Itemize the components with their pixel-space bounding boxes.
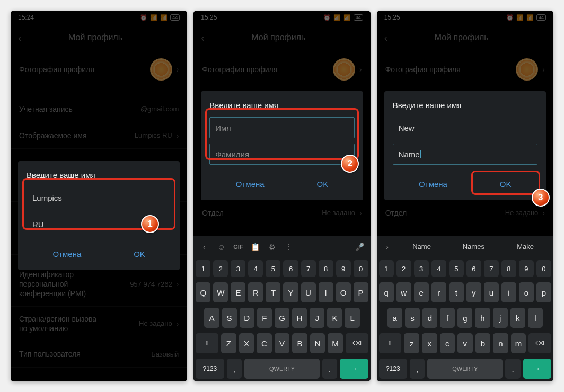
ok-button[interactable]: OK — [489, 175, 522, 193]
key[interactable]: 1 — [196, 260, 210, 277]
key[interactable]: P — [354, 282, 368, 302]
key[interactable]: d — [422, 308, 437, 328]
dot-key[interactable]: . — [322, 359, 337, 379]
key[interactable]: m — [511, 333, 526, 353]
key[interactable]: 2 — [213, 260, 228, 277]
key[interactable]: V — [275, 333, 290, 353]
shift-key[interactable]: ⇧ — [379, 333, 402, 353]
key[interactable]: x — [422, 333, 437, 353]
key[interactable]: h — [475, 308, 490, 328]
settings-icon[interactable]: ⚙ — [265, 243, 279, 251]
suggestion[interactable]: Name — [397, 239, 447, 254]
last-name-input[interactable]: Name — [393, 144, 537, 165]
key[interactable]: a — [387, 308, 402, 328]
backspace-key[interactable]: ⌫ — [346, 333, 368, 353]
key[interactable]: z — [404, 333, 419, 353]
key[interactable]: i — [501, 282, 516, 302]
key[interactable]: G — [275, 308, 289, 328]
suggestion[interactable]: Names — [448, 239, 498, 254]
key[interactable]: c — [440, 333, 455, 353]
ok-button[interactable]: OK — [306, 175, 339, 193]
enter-key[interactable]: → — [340, 359, 368, 379]
key[interactable]: q — [379, 282, 394, 302]
more-icon[interactable]: ⋮ — [281, 243, 296, 251]
dot-key[interactable]: . — [505, 359, 520, 379]
key[interactable]: l — [528, 308, 543, 328]
key[interactable]: 9 — [519, 260, 534, 277]
clipboard-icon[interactable]: 📋 — [248, 243, 262, 251]
key[interactable]: g — [457, 308, 472, 328]
key[interactable]: r — [431, 282, 446, 302]
cancel-button[interactable]: Отмена — [225, 175, 275, 193]
key[interactable]: Y — [283, 282, 298, 302]
row-account[interactable]: Учетная запись @gmail.com — [11, 96, 187, 122]
key[interactable]: O — [336, 282, 351, 302]
symbols-key[interactable]: ?123 — [379, 359, 407, 379]
backspace-key[interactable]: ⌫ — [528, 333, 551, 353]
comma-key[interactable]: , — [227, 359, 242, 379]
key[interactable]: 5 — [449, 260, 464, 277]
key[interactable]: A — [204, 308, 219, 328]
key[interactable]: U — [301, 282, 316, 302]
key[interactable]: f — [440, 308, 455, 328]
key[interactable]: K — [327, 308, 342, 328]
key[interactable]: L — [345, 308, 359, 328]
key[interactable]: k — [510, 308, 525, 328]
key[interactable]: Q — [196, 282, 210, 302]
row-profile-photo[interactable]: Фотография профиля › — [193, 51, 370, 88]
key[interactable]: u — [484, 282, 499, 302]
row-dept[interactable]: Отдел Не задано› — [377, 200, 553, 226]
space-key[interactable]: QWERTY — [244, 359, 320, 379]
enter-key[interactable]: → — [523, 359, 551, 379]
gif-icon[interactable]: GIF — [231, 244, 245, 250]
last-name-input[interactable]: Фамилия — [209, 144, 354, 165]
row-profile-photo[interactable]: Фотография профиля › — [377, 51, 553, 88]
space-key[interactable]: QWERTY — [427, 359, 503, 379]
first-name-input[interactable]: New — [393, 117, 537, 138]
key[interactable]: 0 — [536, 260, 551, 277]
key[interactable]: 3 — [231, 260, 245, 277]
first-name-input[interactable]: Имя — [209, 117, 354, 138]
row-dept[interactable]: Отдел Не задано› — [193, 200, 370, 226]
row-profile-photo[interactable]: Фотография профиля › — [11, 51, 187, 88]
key[interactable]: y — [466, 282, 481, 302]
key[interactable]: D — [240, 308, 254, 328]
row-fingerprint[interactable]: Использовать идентификатор отпечатка пал… — [11, 375, 187, 381]
key[interactable]: 3 — [414, 260, 429, 277]
comma-key[interactable]: , — [410, 359, 425, 379]
first-name-input[interactable]: Lumpics — [27, 187, 171, 208]
key[interactable]: T — [266, 282, 280, 302]
row-usertype[interactable]: Тип пользователя Базовый — [11, 341, 187, 368]
key[interactable]: 4 — [248, 260, 263, 277]
key[interactable]: N — [310, 333, 325, 353]
row-country[interactable]: Страна/регион вызова по умолчанию Не зад… — [11, 307, 187, 341]
key[interactable]: 8 — [501, 260, 516, 277]
key[interactable]: t — [449, 282, 464, 302]
key[interactable]: H — [292, 308, 307, 328]
key[interactable]: 7 — [301, 260, 316, 277]
key[interactable]: w — [396, 282, 411, 302]
key[interactable]: 7 — [484, 260, 499, 277]
key[interactable]: S — [222, 308, 237, 328]
key[interactable]: 4 — [431, 260, 446, 277]
key[interactable]: v — [457, 333, 473, 353]
key[interactable]: W — [213, 282, 228, 302]
key[interactable]: 8 — [319, 260, 333, 277]
key[interactable]: M — [328, 333, 343, 353]
key[interactable]: F — [257, 308, 272, 328]
mic-icon[interactable]: 🎤 — [352, 243, 367, 251]
key[interactable]: e — [414, 282, 429, 302]
key[interactable]: o — [519, 282, 534, 302]
expand-icon[interactable]: › — [380, 243, 395, 251]
key[interactable]: 9 — [336, 260, 351, 277]
key[interactable]: I — [319, 282, 333, 302]
key[interactable]: 5 — [266, 260, 280, 277]
key[interactable]: B — [292, 333, 307, 353]
row-display-name[interactable]: Отображаемое имя Lumpics RU› — [11, 122, 187, 149]
key[interactable]: 2 — [396, 260, 411, 277]
key[interactable]: C — [257, 333, 272, 353]
key[interactable]: Z — [221, 333, 236, 353]
key[interactable]: 6 — [283, 260, 298, 277]
keyboard[interactable]: ‹ ☺ GIF 📋 ⚙ ⋮ 🎤 1234567890 QWERTYUIOP AS… — [193, 236, 370, 381]
symbols-key[interactable]: ?123 — [196, 359, 224, 379]
